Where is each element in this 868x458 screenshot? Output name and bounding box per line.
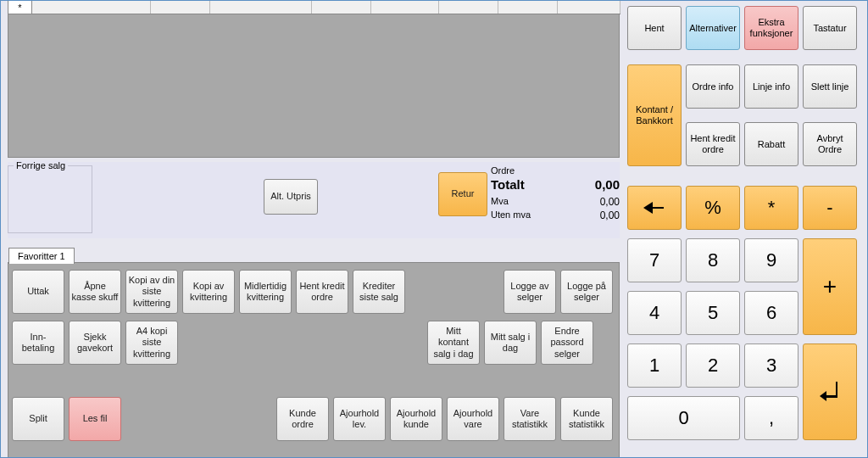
kontant-bankkort-button[interactable]: Kontant / Bankkort [627, 64, 682, 166]
favorites-tab[interactable]: Favoritter 1 [8, 248, 75, 264]
backspace-button[interactable] [627, 186, 682, 230]
data-grid[interactable]: * [8, 1, 620, 158]
ajourhold-vare-button[interactable]: Ajourhold vare [447, 397, 499, 441]
logge-pa-button[interactable]: Logge på selger [560, 270, 613, 314]
mitt-salg-button[interactable]: Mitt salg i dag [484, 321, 537, 365]
key-9[interactable]: 9 [744, 238, 798, 282]
minus-button[interactable]: - [803, 186, 857, 230]
percent-button[interactable]: % [686, 186, 740, 230]
linje-info-button[interactable]: Linje info [744, 64, 798, 109]
tastatur-button[interactable]: Tastatur [803, 6, 857, 50]
sjekk-gavekort-button[interactable]: Sjekk gavekort [69, 321, 121, 365]
alt-utpris-button[interactable]: Alt. Utpris [264, 179, 318, 215]
multiply-button[interactable]: * [744, 186, 798, 230]
plus-button[interactable]: + [803, 238, 857, 335]
key-4[interactable]: 4 [627, 291, 682, 335]
innbetaling-button[interactable]: Inn-betaling [12, 321, 64, 365]
kopi-kvittering-button[interactable]: Kopi av kvittering [182, 270, 235, 314]
midlertidig-button[interactable]: Midlertidig kvittering [239, 270, 292, 314]
slett-linje-button[interactable]: Slett linje [803, 64, 857, 109]
avbryt-ordre-button[interactable]: Avbryt Ordre [803, 122, 857, 166]
alternativer-button[interactable]: Alternativ­er [686, 6, 740, 50]
retur-button[interactable]: Retur [438, 172, 487, 216]
uten-mva-label: Uten mva [491, 209, 531, 220]
ajourhold-kunde-button[interactable]: Ajourhold kunde [390, 397, 442, 441]
les-fil-button[interactable]: Les fil [69, 397, 121, 441]
key-0[interactable]: 0 [627, 396, 740, 440]
key-7[interactable]: 7 [627, 238, 682, 282]
forrige-salg-label: Forrige salg [14, 160, 68, 170]
krediter-siste-button[interactable]: Krediter siste salg [353, 270, 405, 314]
apne-kasse-button[interactable]: Åpne kasse skuff [69, 270, 121, 314]
key-5[interactable]: 5 [686, 291, 740, 335]
right-panel: Hent Alternativ­er Ekstra funksjoner Tas… [624, 1, 865, 457]
rabatt-button[interactable]: Rabatt [744, 122, 798, 166]
kunde-ordre-button[interactable]: Kunde ordre [276, 397, 329, 441]
key-3[interactable]: 3 [744, 344, 798, 388]
kopi-din-siste-button[interactable]: Kopi av din siste kvittering [125, 270, 178, 314]
key-2[interactable]: 2 [686, 344, 740, 388]
favorites-panel: Favoritter 1 Uttak Åpne kasse skuff Kopi… [8, 262, 620, 458]
total-label: Totalt [491, 177, 525, 192]
split-button[interactable]: Split [12, 397, 64, 441]
key-1[interactable]: 1 [627, 344, 682, 388]
key-8[interactable]: 8 [686, 238, 740, 282]
ordre-info-button[interactable]: Ordre info [686, 64, 740, 109]
hent-button[interactable]: Hent [627, 6, 682, 50]
enter-button[interactable] [803, 344, 857, 440]
kunde-statistikk-button[interactable]: Kunde statistikk [560, 397, 613, 441]
ordre-label: Ordre [491, 165, 515, 176]
ajourhold-lev-button[interactable]: Ajourhold lev. [333, 397, 386, 441]
hent-kredit-ordre-button[interactable]: Hent kredit ordre [296, 270, 348, 314]
row-marker: * [8, 1, 32, 14]
mva-value: 0,00 [600, 196, 620, 208]
grid-header-row [8, 1, 620, 14]
mitt-kontant-button[interactable]: Mitt kontant salg i dag [427, 321, 480, 365]
key-comma[interactable]: , [744, 396, 798, 440]
a4-kopi-button[interactable]: A4 kopi siste kvittering [125, 321, 178, 365]
hent-kredit-button[interactable]: Hent kredit ordre [686, 122, 740, 166]
uten-mva-value: 0,00 [600, 209, 620, 221]
mva-label: Mva [491, 196, 509, 206]
enter-icon [820, 382, 840, 402]
key-6[interactable]: 6 [744, 291, 798, 335]
total-value: 0,00 [595, 177, 620, 192]
totals-panel: Ordre Totalt 0,00 Mva 0,00 Uten mva 0,00 [489, 162, 623, 230]
vare-statistikk-button[interactable]: Vare statistikk [504, 397, 556, 441]
ekstra-funksjoner-button[interactable]: Ekstra funksjoner [744, 6, 798, 50]
endre-passord-button[interactable]: Endre passord selger [541, 321, 593, 365]
logge-av-button[interactable]: Logge av selger [504, 270, 556, 314]
uttak-button[interactable]: Uttak [12, 270, 64, 314]
